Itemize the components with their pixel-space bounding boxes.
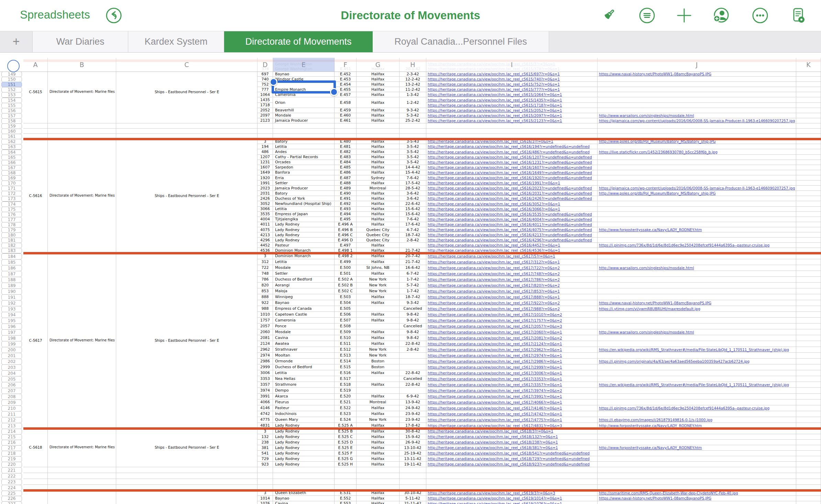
cell-E215[interactable]: Lady Rodney: [273, 434, 335, 440]
cell-E191[interactable]: Winnipeg: [273, 294, 335, 300]
cell-H199[interactable]: 22-8-42: [399, 341, 426, 347]
row-header-179[interactable]: 179: [1, 227, 22, 233]
cell-I207[interactable]: https://heritage.canadiana.ca/view/oocih…: [426, 388, 598, 394]
cell-D181[interactable]: 4296: [258, 238, 273, 243]
cell-F203[interactable]: E.515: [335, 364, 357, 370]
cell-I202[interactable]: https://heritage.canadiana.ca/view/oocih…: [426, 359, 598, 364]
cell-C222[interactable]: [116, 473, 258, 479]
row-header-210[interactable]: 210: [1, 405, 22, 412]
row-header-161[interactable]: 161: [1, 134, 22, 139]
cell-G167[interactable]: Halifax: [357, 165, 399, 170]
cell-G151[interactable]: Halifax: [357, 82, 399, 87]
cell-D198[interactable]: 2081: [258, 335, 273, 341]
cell-I159[interactable]: [426, 123, 598, 129]
cell-J210[interactable]: https://i.pinimg.com/736x/8d/1d/6e/8d1d6…: [598, 405, 796, 411]
cell-E157[interactable]: Mondale: [273, 113, 335, 118]
cell-J177[interactable]: [598, 217, 796, 222]
cell-D220[interactable]: 923: [258, 462, 273, 467]
cell-G208[interactable]: Halifax: [357, 394, 399, 399]
cell-K197[interactable]: [796, 329, 821, 335]
cell-J154[interactable]: [598, 98, 796, 103]
cell-D204[interactable]: 3006: [258, 370, 273, 376]
cell-E167[interactable]: Sarpedon: [273, 165, 335, 170]
cell-F166[interactable]: E.484: [335, 160, 357, 165]
cell-E217[interactable]: Lady Rodney: [273, 445, 335, 451]
cell-H156[interactable]: 9-3-42: [399, 108, 426, 113]
cell-G163[interactable]: Halifax: [357, 144, 399, 149]
cell-F167[interactable]: E.485: [335, 165, 357, 170]
cell-D155[interactable]: 1718: [258, 103, 273, 108]
cell-H177[interactable]: 7-6-42: [399, 217, 426, 222]
cell-G190[interactable]: New York: [357, 288, 399, 294]
cell-G174[interactable]: Halifax: [357, 201, 399, 207]
cell-F150[interactable]: E.453: [335, 77, 357, 82]
column-header-J[interactable]: J: [598, 58, 796, 72]
cell-D205[interactable]: 3353: [258, 376, 273, 382]
cell-D206[interactable]: 3357: [258, 382, 273, 388]
cell-H221[interactable]: [399, 467, 426, 473]
cell-G170[interactable]: Halifax: [357, 180, 399, 186]
cell-I164[interactable]: http://heritage.canadiana.ca/view/oocihm…: [426, 150, 598, 155]
cell-K152[interactable]: [796, 87, 821, 92]
cell-E186[interactable]: Mosdale: [273, 265, 335, 271]
row-header-169[interactable]: 169: [1, 175, 22, 181]
cell-J193[interactable]: https://i.ytimg.com/vi/ywmR8UBRUHI/maxre…: [598, 306, 796, 312]
cell-J215[interactable]: [598, 434, 796, 440]
cell-H203[interactable]: [399, 364, 426, 370]
cell-F192[interactable]: E.504: [335, 300, 357, 306]
cell-J182[interactable]: https://i.pinimg.com/736x/8d/1d/6e/8d1d6…: [598, 243, 796, 248]
cell-H209[interactable]: 13-9-42: [399, 399, 426, 405]
column-header-A[interactable]: A: [23, 58, 48, 72]
cell-H166[interactable]: 3-5-42: [399, 160, 426, 165]
cell-C223[interactable]: [116, 479, 258, 485]
cell-I173[interactable]: http://heritage.canadiana.ca/view/oocihm…: [426, 196, 598, 201]
row-header-205[interactable]: 205: [1, 376, 22, 382]
cell-H165[interactable]: 3-5-42: [399, 155, 426, 160]
select-all-circle[interactable]: [7, 60, 20, 72]
cell-I168[interactable]: http://heritage.canadiana.ca/view/oocihm…: [426, 170, 598, 175]
cell-H222[interactable]: [399, 473, 426, 479]
cell-F202[interactable]: E.514: [335, 359, 357, 364]
cell-G154[interactable]: Halifax: [357, 98, 399, 108]
cell-H219[interactable]: 13-11-42: [399, 456, 426, 462]
cell-H191[interactable]: 18-7-42: [399, 294, 426, 300]
cell-J174[interactable]: [598, 201, 796, 207]
cell-K185[interactable]: [796, 259, 821, 265]
cell-D174[interactable]: 3052: [258, 201, 273, 207]
add-sheet-button[interactable]: +: [0, 31, 33, 52]
cell-I219[interactable]: http://heritage.canadiana.ca/view/oocihm…: [426, 456, 598, 462]
row-header-202[interactable]: 202: [1, 359, 22, 365]
cell-H189[interactable]: 5-7-42: [399, 283, 426, 288]
cell-J160[interactable]: [598, 129, 796, 134]
cell-K186[interactable]: [796, 265, 821, 271]
cell-I216[interactable]: http://heritage.canadiana.ca/view/oocihm…: [426, 440, 598, 445]
cell-I167[interactable]: http://heritage.canadiana.ca/view/oocihm…: [426, 165, 598, 170]
cell-F172[interactable]: E.490: [335, 191, 357, 196]
cell-I155[interactable]: https://heritage.canadiana.ca/view/oocih…: [426, 103, 598, 108]
cell-A160[interactable]: [23, 129, 48, 134]
cell-D186[interactable]: 722: [258, 265, 273, 271]
cell-J226[interactable]: https://www.naval-history.net/PhotoWW1-0…: [598, 496, 796, 501]
cell-H171[interactable]: 28-5-42: [399, 186, 426, 191]
cell-D173[interactable]: 2426: [258, 196, 273, 201]
row-header-221[interactable]: 221: [1, 467, 22, 473]
cell-I177[interactable]: http://heritage.canadiana.ca/view/oocihm…: [426, 217, 598, 222]
cell-G203[interactable]: Boston: [357, 364, 399, 370]
cell-I193[interactable]: https://heritage.canadiana.ca/view/oocih…: [426, 306, 598, 312]
cell-D201[interactable]: 2974: [258, 353, 273, 359]
row-header-193[interactable]: 193: [1, 306, 22, 312]
cell-K181[interactable]: [796, 238, 821, 243]
cell-H190[interactable]: 1-7-42: [399, 288, 426, 294]
cell-F216[interactable]: E.525 D: [335, 440, 357, 445]
cell-E168[interactable]: Banfora: [273, 170, 335, 175]
cell-F173[interactable]: E.491: [335, 196, 357, 201]
cell-E190[interactable]: Maloja: [273, 288, 335, 294]
cell-E206[interactable]: Strathmore: [273, 382, 335, 388]
row-header-216[interactable]: 216: [1, 440, 22, 446]
cell-K220[interactable]: [796, 462, 821, 467]
cell-F149[interactable]: E.452: [335, 72, 357, 77]
cell-K208[interactable]: [796, 394, 821, 399]
cell-J173[interactable]: [598, 196, 796, 201]
cell-D208[interactable]: 3991: [258, 394, 273, 399]
cell-F171[interactable]: E.489: [335, 186, 357, 191]
